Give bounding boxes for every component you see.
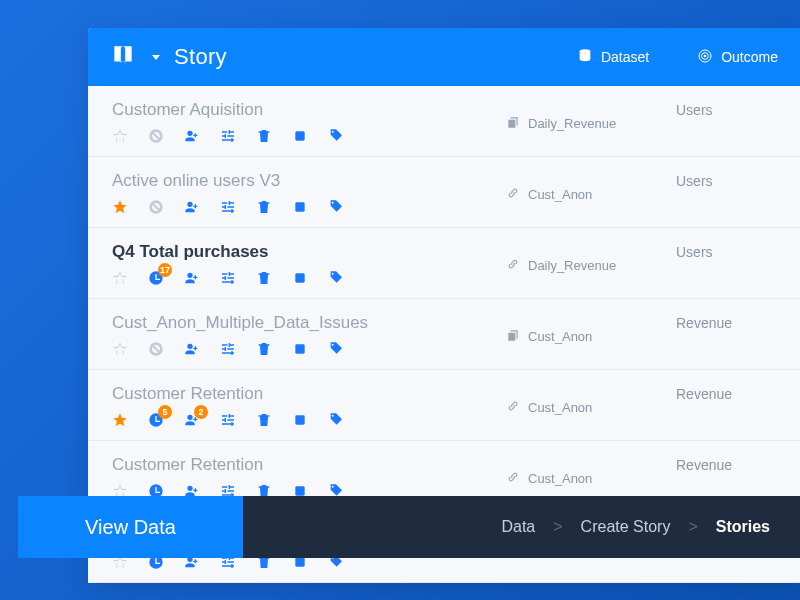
row-dataset-label: Cust_Anon bbox=[528, 187, 592, 202]
target-icon bbox=[697, 48, 713, 67]
trash-icon[interactable] bbox=[256, 199, 272, 215]
user-plus-icon[interactable] bbox=[184, 341, 200, 357]
row-outcome: Revenue bbox=[676, 455, 776, 499]
clock-icon[interactable]: 17 bbox=[148, 270, 164, 286]
clock-icon[interactable]: 5 bbox=[148, 412, 164, 428]
ban-icon[interactable] bbox=[148, 199, 164, 215]
copy-icon bbox=[506, 115, 520, 132]
link-icon bbox=[506, 186, 520, 203]
trash-icon[interactable] bbox=[256, 412, 272, 428]
row-dataset-label: Cust_Anon bbox=[528, 329, 592, 344]
crumb-data[interactable]: Data bbox=[501, 518, 535, 536]
sliders-icon[interactable] bbox=[220, 270, 236, 286]
row-dataset: Cust_Anon bbox=[506, 455, 676, 499]
tag-icon[interactable] bbox=[328, 199, 344, 215]
tag-icon[interactable] bbox=[328, 128, 344, 144]
user-plus-icon[interactable] bbox=[184, 270, 200, 286]
row-dataset-label: Cust_Anon bbox=[528, 400, 592, 415]
col-dataset[interactable]: Dataset bbox=[577, 48, 649, 67]
row-actions bbox=[112, 341, 506, 357]
row-title: Active online users V3 bbox=[112, 171, 506, 191]
crumb-stories[interactable]: Stories bbox=[716, 518, 770, 536]
table-row[interactable]: Active online users V3Cust_AnonUsers bbox=[88, 157, 800, 228]
ban-icon[interactable] bbox=[148, 341, 164, 357]
row-dataset: Daily_Revenue bbox=[506, 242, 676, 286]
view-data-button[interactable]: View Data bbox=[18, 496, 243, 558]
book-icon[interactable] bbox=[110, 42, 136, 72]
row-outcome: Users bbox=[676, 100, 776, 144]
row-outcome: Users bbox=[676, 242, 776, 286]
trash-icon[interactable] bbox=[256, 341, 272, 357]
table-row[interactable]: Cust_Anon_Multiple_Data_IssuesCust_AnonR… bbox=[88, 299, 800, 370]
row-dataset: Cust_Anon bbox=[506, 313, 676, 357]
row-title: Customer Retention bbox=[112, 384, 506, 404]
col-dataset-label: Dataset bbox=[601, 49, 649, 65]
stop-icon[interactable] bbox=[292, 270, 308, 286]
badge: 2 bbox=[194, 405, 208, 419]
stop-icon[interactable] bbox=[292, 412, 308, 428]
link-icon bbox=[506, 257, 520, 274]
tag-icon[interactable] bbox=[328, 341, 344, 357]
stop-icon[interactable] bbox=[292, 128, 308, 144]
chevron-right-icon: > bbox=[688, 518, 697, 536]
table-row[interactable]: Customer Retention52Cust_AnonRevenue bbox=[88, 370, 800, 441]
row-actions: 17 bbox=[112, 270, 506, 286]
row-outcome: Revenue bbox=[676, 384, 776, 428]
table-row[interactable]: Customer AquisitionDaily_RevenueUsers bbox=[88, 86, 800, 157]
user-plus-icon[interactable] bbox=[184, 128, 200, 144]
row-title: Q4 Total purchases bbox=[112, 242, 506, 262]
row-dataset: Cust_Anon bbox=[506, 171, 676, 215]
row-dataset: Cust_Anon bbox=[506, 384, 676, 428]
link-icon bbox=[506, 470, 520, 487]
header-title: Story bbox=[174, 44, 227, 70]
star-icon[interactable] bbox=[112, 199, 128, 215]
sliders-icon[interactable] bbox=[220, 341, 236, 357]
row-outcome: Revenue bbox=[676, 313, 776, 357]
star-icon[interactable] bbox=[112, 270, 128, 286]
row-title: Customer Aquisition bbox=[112, 100, 506, 120]
trash-icon[interactable] bbox=[256, 128, 272, 144]
star-icon[interactable] bbox=[112, 412, 128, 428]
breadcrumb: Data > Create Story > Stories bbox=[243, 496, 800, 558]
badge: 17 bbox=[158, 263, 172, 277]
col-outcome-label: Outcome bbox=[721, 49, 778, 65]
row-title: Customer Retention bbox=[112, 455, 506, 475]
row-dataset-label: Daily_Revenue bbox=[528, 116, 616, 131]
star-icon[interactable] bbox=[112, 341, 128, 357]
row-actions bbox=[112, 199, 506, 215]
ban-icon[interactable] bbox=[148, 128, 164, 144]
table-row[interactable]: Q4 Total purchases17Daily_RevenueUsers bbox=[88, 228, 800, 299]
sliders-icon[interactable] bbox=[220, 412, 236, 428]
col-outcome[interactable]: Outcome bbox=[697, 48, 778, 67]
row-dataset: Daily_Revenue bbox=[506, 100, 676, 144]
view-data-label: View Data bbox=[85, 516, 176, 539]
row-dataset-label: Daily_Revenue bbox=[528, 258, 616, 273]
row-dataset-label: Cust_Anon bbox=[528, 471, 592, 486]
tag-icon[interactable] bbox=[328, 270, 344, 286]
row-outcome: Users bbox=[676, 171, 776, 215]
footer-bar: View Data Data > Create Story > Stories bbox=[18, 496, 800, 558]
row-title: Cust_Anon_Multiple_Data_Issues bbox=[112, 313, 506, 333]
tag-icon[interactable] bbox=[328, 412, 344, 428]
chevron-right-icon: > bbox=[553, 518, 562, 536]
crumb-create-story[interactable]: Create Story bbox=[581, 518, 671, 536]
star-icon[interactable] bbox=[112, 128, 128, 144]
chevron-down-icon[interactable] bbox=[152, 55, 160, 60]
user-plus-icon[interactable] bbox=[184, 199, 200, 215]
sliders-icon[interactable] bbox=[220, 199, 236, 215]
sliders-icon[interactable] bbox=[220, 128, 236, 144]
row-actions: 52 bbox=[112, 412, 506, 428]
link-icon bbox=[506, 399, 520, 416]
stop-icon[interactable] bbox=[292, 199, 308, 215]
row-actions bbox=[112, 128, 506, 144]
panel-header: Story Dataset Outcome bbox=[88, 28, 800, 86]
badge: 5 bbox=[158, 405, 172, 419]
copy-icon bbox=[506, 328, 520, 345]
database-icon bbox=[577, 48, 593, 67]
stop-icon[interactable] bbox=[292, 341, 308, 357]
user-plus-icon[interactable]: 2 bbox=[184, 412, 200, 428]
trash-icon[interactable] bbox=[256, 270, 272, 286]
